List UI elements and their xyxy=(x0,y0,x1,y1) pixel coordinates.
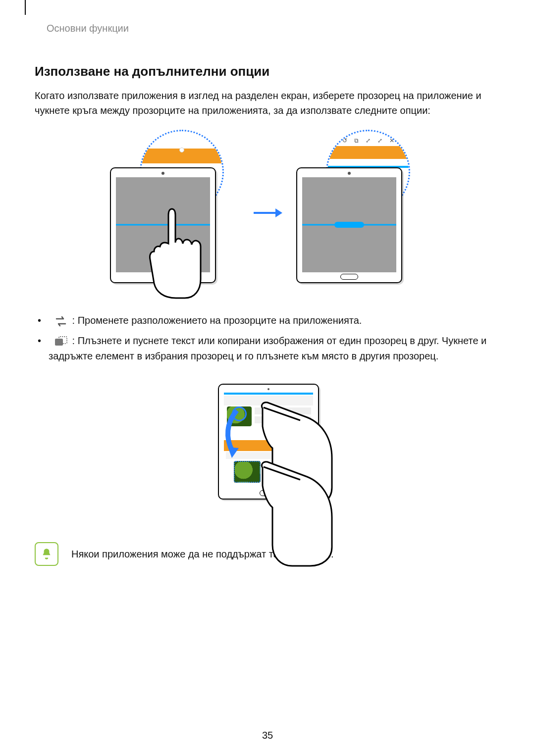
figure-split-screen: ↺ ⧉ ⤢ ⤢ ✕ xyxy=(35,130,500,298)
figure-right: ↺ ⧉ ⤢ ⤢ ✕ xyxy=(296,130,425,298)
section-title: Използване на допълнителни опции xyxy=(35,64,500,79)
option-swap-text: : Променете разположението на прозорците… xyxy=(69,315,362,326)
hand-tap-left xyxy=(137,204,207,303)
figure-drag-drop xyxy=(178,379,357,527)
svg-marker-4 xyxy=(228,447,239,458)
mag-icon-expand1: ⤢ xyxy=(366,137,371,144)
drag-drop-icon xyxy=(54,336,67,347)
svg-marker-1 xyxy=(275,208,282,217)
mag-icon-close: ✕ xyxy=(389,137,394,144)
page-number: 35 xyxy=(262,730,273,741)
page: Основни функции Използване на допълнител… xyxy=(0,0,535,756)
tablet-right xyxy=(296,167,402,283)
option-drag-text: : Плъзнете и пуснете текст или копирани … xyxy=(49,335,486,361)
mag-icon-swap: ↺ xyxy=(342,137,347,144)
option-drag: : Плъзнете и пуснете текст или копирани … xyxy=(35,333,500,364)
options-list: : Променете разположението на прозорците… xyxy=(35,313,500,364)
mag-icon-expand2: ⤢ xyxy=(377,137,382,144)
swap-icon xyxy=(54,316,67,327)
arrow-right-icon xyxy=(253,205,282,222)
hand-bottom xyxy=(253,438,342,567)
top-rule xyxy=(25,0,26,15)
drag-arrow-icon xyxy=(222,408,244,460)
option-swap: : Променете разположението на прозорците… xyxy=(35,313,500,328)
intro-paragraph: Когато използвате приложения в изглед на… xyxy=(35,88,500,118)
chapter-label: Основни функции xyxy=(47,23,500,34)
bell-icon xyxy=(35,542,58,566)
figure-left xyxy=(110,130,239,298)
mag-icon-copy: ⧉ xyxy=(354,137,359,144)
